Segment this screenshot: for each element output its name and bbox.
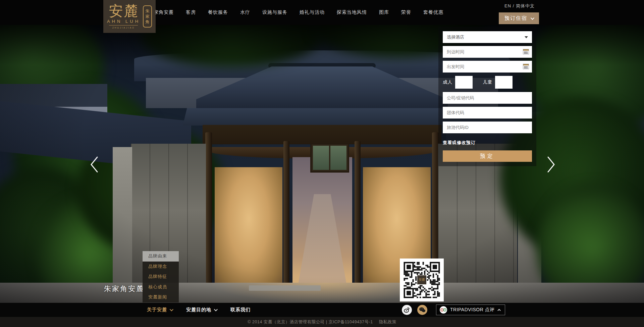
footer: © 2014 安麓（北京）酒店管理有限公司 | 京ICP备11049437号-1… bbox=[0, 317, 644, 327]
chevron-down-icon bbox=[170, 308, 173, 311]
submenu-item-news[interactable]: 安麓新闻 bbox=[143, 292, 179, 302]
guests-row: 成人 儿童 bbox=[443, 76, 532, 89]
dropdown-triangle-icon bbox=[525, 36, 528, 38]
calendar-icon[interactable] bbox=[523, 49, 529, 54]
book-stay-button[interactable]: 预订住宿 bbox=[499, 12, 539, 24]
adults-input[interactable] bbox=[455, 76, 473, 89]
logo-seal: 朱家角 bbox=[143, 5, 152, 28]
booking-panel: 选择酒店 成人 儿童 查看或修改预订 预定 bbox=[438, 27, 536, 166]
promo-code-input[interactable] bbox=[443, 92, 532, 104]
about-submenu: 品牌由来 品牌理念 品牌特征 核心成员 安麓新闻 bbox=[143, 251, 179, 302]
nav-item-rooms[interactable]: 客房 bbox=[186, 9, 196, 15]
nav-item-dining[interactable]: 餐饮服务 bbox=[208, 9, 228, 15]
chevron-left-icon bbox=[89, 155, 100, 174]
logo-chinese: 安麓 bbox=[109, 4, 138, 18]
chevron-up-icon bbox=[497, 309, 501, 312]
destinations-menu-toggle[interactable]: 安麓目的地 bbox=[186, 303, 217, 317]
brand-logo[interactable]: 安麓 AHN LUH ZHUJIAJIAO 朱家角 bbox=[103, 0, 156, 33]
top-navbar: 朱家角安麓 客房 餐饮服务 水疗 设施与服务 婚礼与活动 探索当地风情 图库 荣… bbox=[0, 0, 644, 25]
calendar-icon[interactable] bbox=[523, 64, 529, 69]
nav-item-facilities[interactable]: 设施与服务 bbox=[262, 9, 287, 15]
main-menu: 朱家角安麓 客房 餐饮服务 水疗 设施与服务 婚礼与活动 探索当地风情 图库 荣… bbox=[149, 0, 443, 25]
submenu-item-core-members[interactable]: 核心成员 bbox=[143, 282, 179, 292]
copyright-text: © 2014 安麓（北京）酒店管理有限公司 | 京ICP备11049437号-1 bbox=[248, 319, 373, 325]
group-code-input[interactable] bbox=[443, 107, 532, 119]
nav-item-spa[interactable]: 水疗 bbox=[240, 9, 250, 15]
carousel-next-button[interactable] bbox=[545, 155, 557, 174]
slide-caption: 朱家角安麓 bbox=[104, 284, 144, 293]
booking-submit-button[interactable]: 预定 bbox=[443, 150, 532, 162]
nav-item-offers[interactable]: 套餐优惠 bbox=[423, 9, 443, 15]
ahn-luh-homepage: 朱家角安麓 客房 餐饮服务 水疗 设施与服务 婚礼与活动 探索当地风情 图库 荣… bbox=[0, 0, 644, 327]
nav-item-gallery[interactable]: 图库 bbox=[379, 9, 389, 15]
travel-id-input[interactable] bbox=[443, 122, 532, 133]
privacy-policy-link[interactable]: 隐私政策 bbox=[379, 319, 396, 325]
tripadvisor-widget[interactable]: TRIPADVISOR 点评 bbox=[436, 305, 505, 315]
about-menu-toggle[interactable]: 关于安麓 bbox=[147, 303, 172, 317]
nav-item-explore[interactable]: 探索当地风情 bbox=[337, 9, 367, 15]
hotel-select[interactable]: 选择酒店 bbox=[443, 31, 532, 43]
adults-label: 成人 bbox=[443, 79, 452, 85]
bottom-bar: 关于安麓 安麓目的地 联系我们 bbox=[0, 303, 644, 317]
carousel-prev-button[interactable] bbox=[89, 155, 100, 174]
departure-date-input[interactable] bbox=[443, 61, 532, 73]
weibo-icon bbox=[404, 307, 410, 313]
logo-subtitle: ZHUJIAJIAO bbox=[112, 27, 135, 29]
chevron-right-icon bbox=[545, 155, 557, 174]
submenu-item-brand-features[interactable]: 品牌特征 bbox=[143, 272, 179, 282]
logo-english: AHN LUH bbox=[107, 19, 140, 24]
qr-center-logo: 安麓 bbox=[417, 275, 426, 284]
arrival-date-input[interactable] bbox=[443, 46, 532, 58]
chevron-down-icon bbox=[214, 308, 218, 311]
wechat-icon bbox=[419, 307, 426, 313]
contact-link[interactable]: 联系我们 bbox=[230, 303, 251, 317]
language-switch[interactable]: EN / 简体中文 bbox=[504, 3, 535, 9]
children-input[interactable] bbox=[495, 76, 513, 89]
chevron-down-icon bbox=[531, 16, 534, 19]
submenu-item-brand-origin[interactable]: 品牌由来 bbox=[143, 251, 179, 262]
weibo-button[interactable] bbox=[402, 305, 412, 315]
children-label: 儿童 bbox=[483, 79, 492, 85]
wechat-qr-code: 安麓 bbox=[400, 259, 444, 301]
modify-reservation-link[interactable]: 查看或修改预订 bbox=[443, 140, 476, 146]
submenu-item-brand-philosophy[interactable]: 品牌理念 bbox=[143, 262, 179, 272]
nav-item-awards[interactable]: 荣誉 bbox=[401, 9, 411, 15]
tripadvisor-owl-icon bbox=[440, 306, 447, 314]
wechat-button[interactable] bbox=[417, 305, 427, 315]
nav-item-weddings[interactable]: 婚礼与活动 bbox=[300, 9, 325, 15]
